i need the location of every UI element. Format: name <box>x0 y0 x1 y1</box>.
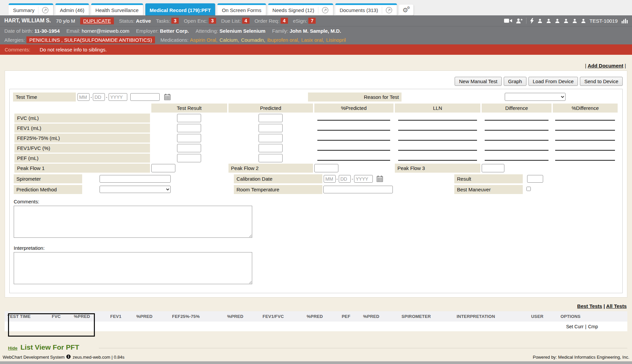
lightning-icon[interactable] <box>530 18 534 24</box>
user-icon-1[interactable] <box>537 18 542 23</box>
reason-for-test-label: Reason for Test <box>308 93 402 102</box>
test-time-time-input[interactable] <box>130 93 160 101</box>
hide-list-view-link[interactable]: Hide <box>8 346 17 351</box>
row-label: PEF (mL) <box>14 154 150 163</box>
open-enc-label: Open Enc: <box>184 18 207 24</box>
tab-admin[interactable]: Admin (46) <box>55 3 89 15</box>
calibration-date-label: Calibration Date <box>234 174 322 183</box>
email-label: Email: <box>66 28 81 34</box>
set-curr-link[interactable]: Set Curr <box>566 324 584 329</box>
open-external-icon[interactable] <box>38 7 49 14</box>
interpretation-field-label: Interpretation: <box>14 245 619 251</box>
dob-label: Date of birth: <box>4 28 33 34</box>
cmp-link[interactable]: Cmp <box>588 324 598 329</box>
medication-item: Lisinopril <box>326 37 346 43</box>
user-icon-6[interactable] <box>581 18 586 23</box>
tab-documents[interactable]: Documents (313) <box>335 3 397 15</box>
reason-for-test-select[interactable] <box>505 93 566 101</box>
test-time-day-input[interactable] <box>93 93 105 101</box>
user-icon-4[interactable] <box>564 18 569 23</box>
fev1-fvc-predicted-input[interactable] <box>259 144 283 152</box>
calibration-year-input[interactable] <box>354 175 373 183</box>
calendar-icon[interactable] <box>376 175 383 183</box>
tab-bar: Summary Admin (46) Health Surveillance M… <box>0 0 632 15</box>
all-tests-link[interactable]: All Tests <box>606 303 627 309</box>
best-maneuver-checkbox[interactable] <box>526 187 531 191</box>
duplicate-flag[interactable]: DUPLICATE <box>80 17 114 24</box>
res-col-spirometer: SPIROMETER <box>402 311 457 322</box>
fef-result-input[interactable] <box>177 134 201 142</box>
due-list-count-badge[interactable]: 4 <box>242 18 250 24</box>
peak-flow-2-label: Peak Flow 2 <box>228 164 313 173</box>
patient-header: HART, WILLIAM S. 70 y/o M DUPLICATE Stat… <box>0 15 632 26</box>
peak-flow-1-label: Peak Flow 1 <box>14 164 150 173</box>
prediction-method-row: Prediction Method Room Temperature Best … <box>13 184 619 195</box>
tab-health-surveillance[interactable]: Health Surveillance <box>91 3 143 15</box>
peak-flow-1-input[interactable] <box>151 164 175 172</box>
order-req-count-badge[interactable]: 4 <box>281 18 288 24</box>
tab-on-screen-forms[interactable]: On Screen Forms <box>217 3 266 15</box>
row-fvc: FVC (mL) <box>14 114 618 123</box>
calibration-day-input[interactable] <box>339 175 351 183</box>
patient-name: HART, WILLIAM S. <box>4 18 51 24</box>
user-icon-5[interactable] <box>572 18 577 23</box>
esign-count-badge[interactable]: 7 <box>308 18 316 24</box>
res-col-interpretation: INTERPRETATION <box>457 311 531 322</box>
user-icon-2[interactable] <box>546 18 551 23</box>
test-time-month-input[interactable] <box>77 93 90 101</box>
tab-needs-signed[interactable]: Needs Signed (12) <box>268 3 333 15</box>
load-from-device-button[interactable]: Load From Device <box>528 77 578 86</box>
medication-item: ibuprofen oral, <box>267 37 299 43</box>
res-col-pred1: %PRED <box>74 311 110 322</box>
open-external-icon[interactable] <box>382 7 392 14</box>
stats-chart-icon[interactable] <box>621 18 628 23</box>
calendar-icon[interactable] <box>164 94 171 102</box>
peak-flow-3-input[interactable] <box>482 164 504 172</box>
interpretation-textarea[interactable] <box>14 252 252 284</box>
room-temperature-input[interactable] <box>323 186 393 193</box>
fef-predicted-input[interactable] <box>259 134 283 142</box>
employer-value: Better Corp. <box>160 28 189 34</box>
tasks-count-badge[interactable]: 3 <box>171 18 179 24</box>
calibration-month-input[interactable] <box>324 175 336 183</box>
footer-powered-by: Powered by: Medical Informatics Engineer… <box>533 355 629 360</box>
fev1-predicted-input[interactable] <box>259 124 283 132</box>
comments-textarea[interactable] <box>14 206 252 238</box>
prediction-method-select[interactable] <box>100 186 171 193</box>
fvc-predicted-input[interactable] <box>259 114 283 122</box>
graph-button[interactable]: Graph <box>504 77 526 86</box>
patient-age-sex: 70 y/o M <box>56 18 75 24</box>
open-enc-count-badge[interactable]: 3 <box>209 18 216 24</box>
res-col-fef: FEF25%-75% <box>172 311 227 322</box>
fev1-result-input[interactable] <box>177 124 201 132</box>
result-input[interactable] <box>527 175 543 183</box>
info-icon[interactable] <box>66 354 71 360</box>
best-tests-link[interactable]: Best Tests <box>577 303 602 309</box>
attending-label: Attending: <box>195 28 218 34</box>
pef-predicted-input[interactable] <box>259 154 283 162</box>
col-pct-difference: %Difference <box>553 104 618 113</box>
peak-flow-2-input[interactable] <box>314 164 338 172</box>
user-icon-3[interactable] <box>555 18 560 23</box>
result-label: Result <box>454 174 523 183</box>
tab-summary[interactable]: Summary <box>9 3 53 15</box>
send-to-device-button[interactable]: Send to Device <box>580 77 623 86</box>
email-value: horner@mieweb.com <box>82 28 129 34</box>
spirometer-input[interactable] <box>100 175 171 183</box>
add-document-link[interactable]: Add Document <box>588 63 623 68</box>
settings-gear-icon[interactable]: ⚙⚙ <box>399 5 414 15</box>
res-col-fev1: FEV1 <box>110 311 136 322</box>
footer-host: zeus.med-web.com | 0.84s <box>72 355 124 360</box>
fvc-result-input[interactable] <box>177 114 201 122</box>
pef-result-input[interactable] <box>177 154 201 162</box>
divider <box>526 18 526 24</box>
bottom-bar <box>0 361 632 364</box>
fev1-fvc-result-input[interactable] <box>177 144 201 152</box>
video-camera-icon[interactable] <box>504 18 512 23</box>
open-external-icon[interactable] <box>318 7 329 14</box>
new-manual-test-button[interactable]: New Manual Test <box>455 77 502 86</box>
blank-value-line <box>398 116 477 121</box>
add-person-icon[interactable] <box>516 18 522 24</box>
test-time-year-input[interactable] <box>109 93 127 101</box>
tab-medical-record[interactable]: Medical Record (179):PFT <box>145 3 215 15</box>
